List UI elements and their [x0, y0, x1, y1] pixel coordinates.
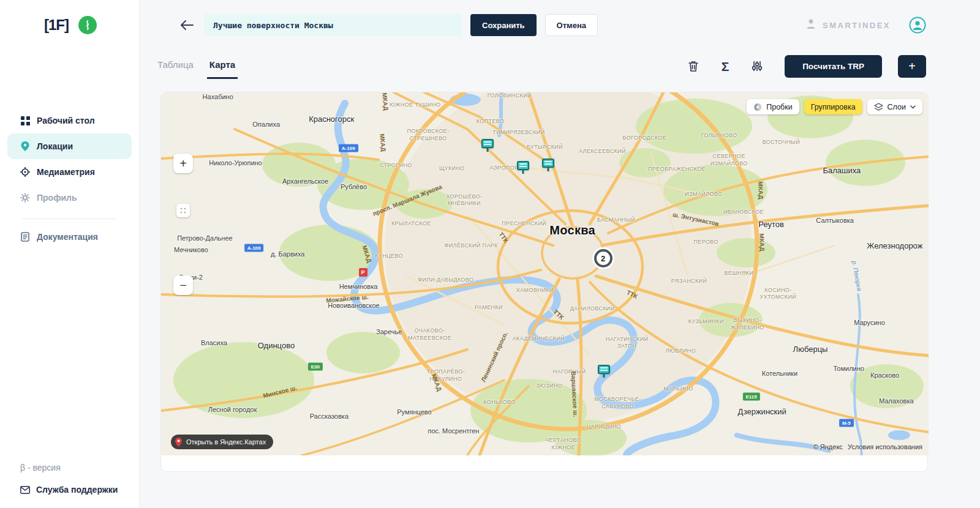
app-root: [1F] Рабочий стол Локации: [0, 0, 980, 508]
document-icon: [20, 232, 30, 242]
open-in-yandex-label: Открыть в Яндекс.Картах: [186, 438, 266, 446]
map-card: МоскваНахабиноКрасногорскОпалихаНиколо-У…: [160, 92, 928, 472]
add-button[interactable]: +: [898, 55, 926, 78]
title-input[interactable]: [205, 14, 462, 36]
traffic-toggle[interactable]: Пробки: [747, 99, 799, 114]
sidebar-item-docs[interactable]: Документация: [7, 224, 132, 250]
brand-block: SMARTINDEX: [805, 18, 891, 32]
billboard-marker[interactable]: [542, 159, 554, 168]
map-toolbar: Σ Посчитать TRP +: [685, 55, 926, 78]
map-ruler-button[interactable]: [176, 204, 190, 217]
cancel-button[interactable]: Отмена: [545, 14, 598, 36]
layers-icon: [874, 103, 883, 111]
chevron-down-icon: [910, 105, 916, 109]
back-button[interactable]: [178, 16, 196, 34]
zoom-controls: + −: [173, 154, 193, 295]
map-markers-layer: 2: [161, 92, 929, 455]
sidebar-item-mediametry[interactable]: Медиаметрия: [7, 159, 132, 185]
sidebar-footer: β - версия Служба поддержки: [0, 463, 139, 508]
sidebar-item-label: Документация: [37, 232, 98, 242]
1f-logo: [1F]: [44, 17, 69, 34]
cluster-marker[interactable]: 2: [594, 249, 612, 267]
grouping-toggle[interactable]: Группировка: [804, 99, 862, 114]
map-copyright: © Яндекс Условия использования: [813, 443, 922, 450]
billboard-marker[interactable]: [598, 365, 610, 374]
beta-version-label: β - версия: [7, 463, 132, 473]
sidebar-nav: Рабочий стол Локации Медиаметрия Профиль: [0, 108, 139, 250]
billboard-marker[interactable]: [517, 161, 529, 170]
traffic-label: Пробки: [766, 103, 793, 111]
tab-table[interactable]: Таблица: [155, 53, 196, 79]
sidebar-item-profile[interactable]: Профиль: [7, 185, 132, 211]
copyright-label: © Яндекс: [813, 443, 843, 450]
tabs-row: Таблица Карта Σ Посчитать TRP +: [140, 50, 980, 82]
dashboard-icon: [20, 116, 30, 125]
support-link[interactable]: Служба поддержки: [7, 485, 132, 495]
terms-link[interactable]: Условия использования: [848, 443, 922, 450]
avatar[interactable]: [909, 17, 926, 34]
sliders-icon: [752, 61, 763, 72]
zoom-in-button[interactable]: +: [173, 154, 193, 173]
filters-button[interactable]: [749, 58, 765, 74]
ruler-icon: [180, 207, 186, 214]
sidebar-item-label: Локации: [37, 141, 73, 151]
sidebar-item-label: Медиаметрия: [37, 167, 95, 177]
billboard-marker[interactable]: [481, 139, 494, 148]
map-canvas[interactable]: МоскваНахабиноКрасногорскОпалихаНиколо-У…: [161, 92, 929, 455]
logo-row: [1F]: [0, 15, 139, 35]
pin-icon: [20, 141, 30, 151]
mail-icon: [20, 485, 30, 495]
sigma-icon: Σ: [722, 60, 729, 73]
main-content: Сохранить Отмена SMARTINDEX Таблица Карт…: [140, 0, 980, 508]
yandex-pin-icon: [175, 438, 183, 447]
brand-name: SMARTINDEX: [823, 21, 891, 30]
layers-label: Слои: [888, 103, 906, 111]
open-in-yandex-button[interactable]: Открыть в Яндекс.Картах: [171, 435, 273, 449]
save-button[interactable]: Сохранить: [470, 14, 537, 36]
sidebar-item-label: Профиль: [37, 193, 77, 203]
sidebar: [1F] Рабочий стол Локации: [0, 0, 140, 508]
traffic-icon: [753, 103, 762, 111]
target-icon: [20, 167, 30, 177]
delete-button[interactable]: [685, 58, 701, 74]
sidebar-item-locations[interactable]: Локации: [7, 133, 132, 159]
sidebar-item-dashboard[interactable]: Рабочий стол: [7, 108, 132, 133]
sidebar-divider: [22, 219, 117, 219]
sidebar-item-label: Рабочий стол: [37, 116, 95, 125]
topbar: Сохранить Отмена SMARTINDEX: [140, 0, 980, 50]
zoom-out-button[interactable]: −: [173, 275, 193, 295]
gear-icon: [20, 193, 30, 203]
brand-logo-icon: [78, 16, 97, 34]
person-icon: [805, 18, 817, 32]
tab-map[interactable]: Карта: [207, 53, 238, 79]
grouping-label: Группировка: [811, 103, 856, 111]
map-controls: Пробки Группировка Слои: [747, 99, 922, 114]
support-label: Служба поддержки: [36, 485, 118, 495]
layers-button[interactable]: Слои: [867, 99, 922, 114]
count-trp-button[interactable]: Посчитать TRP: [785, 55, 882, 78]
sigma-button[interactable]: Σ: [717, 58, 733, 74]
